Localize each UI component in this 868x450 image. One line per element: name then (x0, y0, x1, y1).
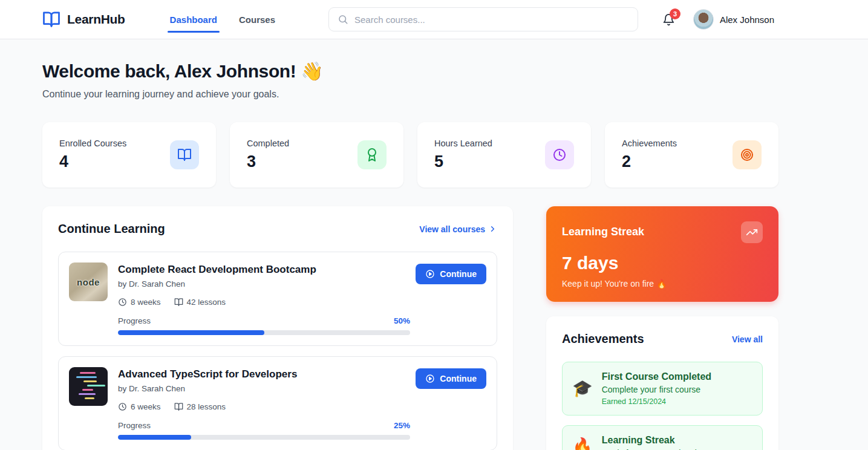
user-menu[interactable]: Alex Johnson (693, 9, 774, 30)
header-right: 3 Alex Johnson (662, 9, 774, 30)
target-icon (733, 140, 762, 169)
progress-percent: 25% (394, 421, 410, 430)
right-sidebar: Learning Streak 7 days Keep it up! You'r… (546, 206, 778, 450)
streak-message: Keep it up! You're on fire 🔥 (562, 279, 763, 289)
book-open-icon (170, 140, 199, 169)
book-open-icon (174, 402, 183, 411)
achievement-first-course: 🎓 First Course Completed Complete your f… (562, 362, 763, 416)
search-icon (338, 14, 348, 25)
stat-value: 4 (59, 152, 126, 171)
course-thumbnail: node (69, 262, 108, 301)
progress-bar (118, 435, 410, 440)
progress-bar-fill (118, 330, 264, 335)
achievements-panel: Achievements View all 🎓 First Course Com… (546, 316, 778, 450)
play-circle-icon (425, 269, 435, 279)
progress-label: Progress (118, 316, 151, 325)
stat-value: 3 (247, 152, 289, 171)
stat-card-hours-learned: Hours Learned 5 (417, 122, 591, 188)
chevron-right-icon (488, 224, 497, 233)
clock-icon (545, 140, 574, 169)
achievement-description: Complete your first course (602, 385, 711, 394)
continue-button[interactable]: Continue (416, 264, 486, 284)
search-box[interactable] (328, 7, 638, 31)
course-card-react-bootcamp[interactable]: node Complete React Development Bootcamp… (58, 252, 497, 346)
fire-icon: 🔥 (572, 439, 593, 450)
stat-card-completed: Completed 3 (230, 122, 403, 188)
notification-count-badge: 3 (670, 8, 680, 19)
streak-title: Learning Streak (562, 221, 644, 238)
course-duration: 8 weeks (131, 298, 161, 307)
stat-label: Enrolled Courses (59, 139, 126, 148)
continue-learning-title: Continue Learning (58, 222, 165, 236)
stat-card-achievements: Achievements 2 (605, 122, 778, 188)
course-author: by Dr. Sarah Chen (118, 279, 316, 289)
play-circle-icon (425, 374, 435, 383)
streak-value: 7 days (562, 253, 763, 273)
view-all-achievements-link[interactable]: View all (732, 334, 763, 344)
stat-value: 2 (622, 152, 677, 171)
trending-up-icon (741, 221, 763, 243)
clock-icon (118, 402, 127, 411)
course-title: Advanced TypeScript for Developers (118, 368, 297, 380)
view-all-courses-link[interactable]: View all courses (419, 224, 497, 234)
top-header: LearnHub Dashboard Courses 3 Alex Johnso… (0, 0, 868, 39)
brand-name: LearnHub (67, 12, 125, 27)
achievement-learning-streak: 🔥 Learning Streak Study for 7 consecutiv… (562, 425, 763, 450)
user-avatar (693, 9, 714, 30)
nav-tab-courses[interactable]: Courses (228, 0, 286, 39)
course-title: Complete React Development Bootcamp (118, 264, 316, 276)
achievements-title: Achievements (562, 332, 644, 346)
thumbnail-label: node (77, 277, 100, 287)
continue-button-label: Continue (440, 269, 477, 279)
book-open-logo-icon (42, 10, 60, 28)
welcome-heading: Welcome back, Alex Johnson! 👋 (42, 60, 778, 82)
stat-label: Achievements (622, 139, 677, 148)
stats-row: Enrolled Courses 4 Completed 3 Hours Lea… (42, 122, 778, 188)
continue-button[interactable]: Continue (416, 368, 486, 389)
achievement-title: First Course Completed (602, 371, 711, 382)
course-author: by Dr. Sarah Chen (118, 384, 297, 393)
achievement-earned-date: Earned 12/15/2024 (602, 397, 711, 406)
notifications-button[interactable]: 3 (662, 13, 675, 26)
achievement-title: Learning Streak (602, 435, 710, 446)
course-lessons: 42 lessons (187, 298, 226, 307)
stat-card-enrolled-courses: Enrolled Courses 4 (42, 122, 216, 188)
continue-button-label: Continue (440, 374, 477, 383)
stat-label: Completed (247, 139, 289, 148)
search-input[interactable] (354, 15, 629, 25)
progress-bar-fill (118, 435, 191, 440)
course-card-typescript[interactable]: Advanced TypeScript for Developers by Dr… (58, 356, 497, 450)
welcome-subtitle: Continue your learning journey and achie… (42, 89, 778, 100)
stat-value: 5 (434, 152, 492, 171)
learning-streak-card: Learning Streak 7 days Keep it up! You'r… (546, 206, 778, 302)
stat-label: Hours Learned (434, 139, 492, 148)
course-duration: 6 weeks (131, 402, 161, 411)
user-name: Alex Johnson (720, 15, 774, 25)
course-thumbnail (69, 367, 108, 406)
award-icon (357, 140, 387, 169)
graduation-cap-icon: 🎓 (572, 380, 593, 397)
view-all-courses-label: View all courses (419, 224, 485, 234)
page-content: Welcome back, Alex Johnson! 👋 Continue y… (42, 60, 778, 450)
learnhub-logo[interactable]: LearnHub (42, 10, 125, 28)
clock-icon (118, 298, 127, 307)
progress-percent: 50% (394, 316, 410, 325)
nav-tab-dashboard[interactable]: Dashboard (159, 0, 228, 39)
course-lessons: 28 lessons (187, 402, 226, 411)
progress-bar (118, 330, 410, 335)
continue-learning-panel: Continue Learning View all courses node (42, 206, 513, 450)
progress-label: Progress (118, 421, 151, 430)
main-nav: Dashboard Courses (159, 0, 286, 39)
book-open-icon (174, 298, 183, 307)
